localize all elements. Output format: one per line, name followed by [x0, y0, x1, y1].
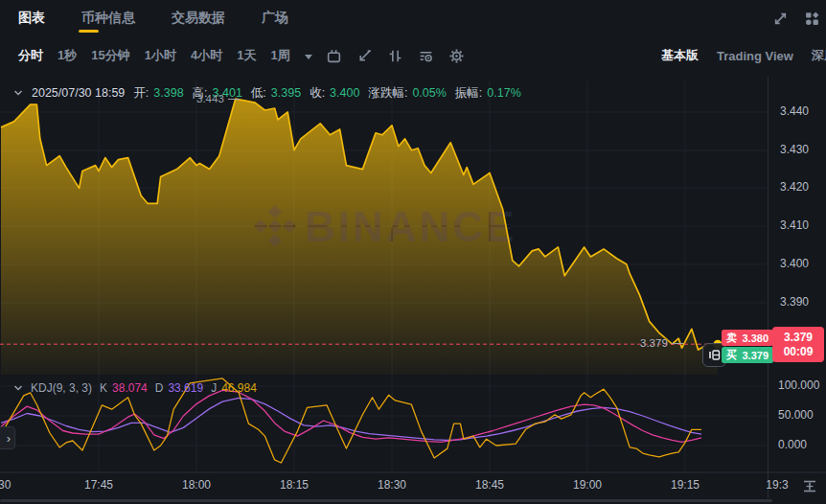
low-value: 3.395	[271, 86, 301, 100]
nav-tabs: 图表币种信息交易数据广场	[18, 10, 288, 27]
top-nav: 图表币种信息交易数据广场	[0, 0, 826, 36]
time-axis-tick: 18:00	[182, 478, 211, 492]
panel-expand-handle[interactable]: ›	[0, 426, 15, 449]
session-low-marker: 3.379	[640, 337, 683, 349]
open-value: 3.398	[153, 86, 183, 100]
interval-button[interactable]: 1周	[270, 47, 289, 64]
time-axis-tick: 19:15	[671, 478, 700, 492]
fullscreen-icon[interactable]	[771, 10, 789, 27]
last-price-countdown-badge: 3.379 00:09	[772, 327, 824, 362]
price-axis-tick: 3.400	[780, 257, 809, 270]
interval-dropdown-caret[interactable]	[305, 55, 312, 59]
price-chart-canvas[interactable]: BINANCE	[0, 0, 826, 504]
marker-dash	[672, 343, 683, 344]
buy-label: 买	[726, 348, 737, 362]
change-label: 涨跌幅:	[368, 85, 407, 102]
kdj-axis-tick: 100.000	[778, 378, 819, 392]
k-label: K	[100, 381, 107, 395]
d-label: D	[155, 381, 164, 395]
active-tab-underline	[79, 30, 99, 33]
price-axis-tick: 3.430	[780, 143, 809, 156]
nav-tab[interactable]: 币种信息	[81, 10, 135, 27]
svg-text:BINANCE: BINANCE	[305, 203, 516, 250]
amplitude-value: 0.17%	[487, 86, 520, 100]
close-label: 收:	[310, 85, 325, 102]
horizontal-scrollbar[interactable]	[0, 499, 772, 502]
chart-display-settings-icon[interactable]	[418, 48, 434, 64]
buy-price: 3.379	[742, 350, 769, 361]
candle-countdown: 00:09	[784, 345, 814, 359]
last-price: 3.379	[784, 331, 813, 345]
nav-tab[interactable]: 图表	[18, 10, 45, 27]
time-axis-tick: 18:30	[378, 478, 406, 492]
buy-price-badge[interactable]: 买 3.379	[722, 347, 773, 363]
time-axis-tick: 18:45	[475, 478, 504, 492]
trading-chart-page: { "header": { "tabs": [ {"label": "图表", …	[0, 0, 826, 504]
time-axis-tick: 18:15	[280, 478, 309, 492]
open-label: 开:	[133, 85, 149, 102]
chart-mode-tab[interactable]: 基本版	[661, 47, 699, 64]
time-axis-tick: 17:45	[84, 478, 113, 492]
price-axis-tick: 3.420	[780, 180, 809, 194]
time-axis-tick: 19:3	[766, 478, 788, 492]
chart-mode-tab[interactable]: Trading View	[717, 49, 793, 63]
marker-dash	[228, 99, 240, 100]
interval-button[interactable]: 1小时	[145, 47, 176, 64]
sell-label: 卖	[726, 331, 737, 345]
kdj-axis-tick: 50.000	[778, 408, 814, 422]
change-value: 0.05%	[412, 86, 446, 100]
j-value: 46.984	[221, 381, 257, 395]
nav-tab[interactable]: 交易数据	[172, 10, 225, 27]
settings-gear-icon[interactable]	[448, 48, 465, 64]
collapse-chevron-icon[interactable]	[13, 89, 23, 97]
time-axis-tick: :30	[0, 478, 11, 492]
sell-price: 3.380	[742, 332, 769, 344]
candlestick-icon[interactable]	[326, 48, 342, 64]
price-axis-tick: 3.390	[780, 295, 809, 309]
nav-tab[interactable]: 广场	[262, 10, 288, 27]
chart-mode-tabs: 基本版Trading View深度图	[661, 38, 826, 73]
kdj-indicator-header: KDJ(9, 3, 3) K 38.074 D 33.619 J 46.984	[13, 380, 257, 395]
kdj-axis-tick: 0.000	[778, 438, 807, 451]
interval-button[interactable]: 1天	[237, 47, 256, 64]
interval-button[interactable]: 4小时	[191, 47, 222, 64]
indicators-icon[interactable]	[387, 48, 403, 64]
close-value: 3.400	[330, 86, 359, 100]
ohlc-info-row: 2025/07/30 18:59 开: 3.398 高: 3.401 低: 3.…	[13, 85, 521, 101]
k-value: 38.074	[112, 381, 148, 395]
candle-datetime: 2025/07/30 18:59	[32, 86, 125, 100]
price-axis-tick: 3.440	[780, 104, 809, 118]
kdj-title: KDJ(9, 3, 3)	[31, 381, 92, 395]
low-label: 低:	[251, 85, 266, 102]
d-value: 33.619	[168, 381, 203, 395]
interval-button[interactable]: 分时	[18, 47, 43, 64]
interval-selector: 分时1秒15分钟1小时4小时1天1周	[18, 47, 305, 64]
orderbook-icon	[708, 349, 721, 361]
price-axis-tick: 3.410	[780, 218, 809, 232]
chart-mode-tab[interactable]: 深度图	[812, 47, 826, 64]
scale-fit-icon[interactable]	[801, 479, 818, 497]
trendline-tool-icon[interactable]	[356, 48, 373, 64]
time-axis-tick: 19:00	[573, 478, 602, 492]
sell-price-badge[interactable]: 卖 3.380	[722, 330, 773, 346]
top-right-icons	[771, 10, 820, 27]
j-label: J	[211, 381, 217, 395]
collapse-chevron-icon[interactable]	[13, 384, 23, 392]
interval-button[interactable]: 1秒	[57, 47, 77, 64]
amplitude-label: 振幅:	[455, 85, 482, 102]
session-high-marker: 3.443	[196, 93, 240, 104]
chart-tools	[326, 48, 479, 64]
layout-grid-icon[interactable]	[803, 10, 820, 27]
interval-button[interactable]: 15分钟	[91, 47, 129, 64]
